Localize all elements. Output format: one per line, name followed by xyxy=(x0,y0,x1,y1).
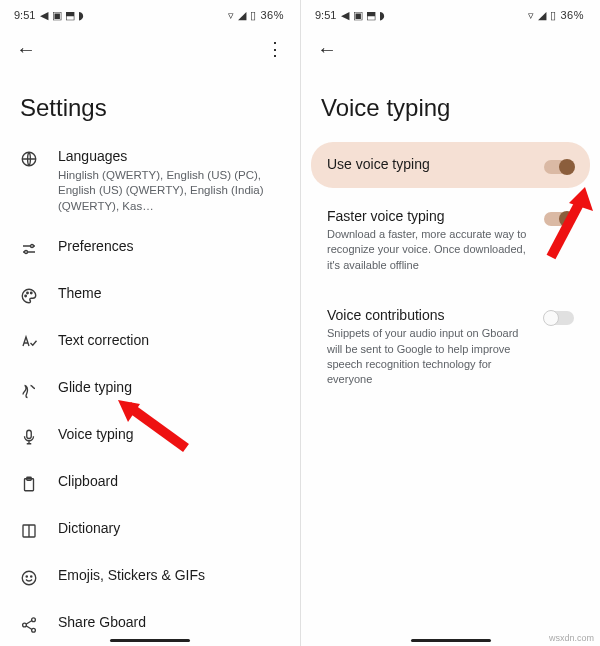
svg-point-4 xyxy=(27,293,29,295)
row-label: Dictionary xyxy=(58,519,282,538)
option-faster-voice-typing[interactable]: Faster voice typingDownload a faster, mo… xyxy=(311,194,590,287)
status-right: ▿ ◢ ▯ 36% xyxy=(228,9,284,21)
more-icon[interactable]: ⋮ xyxy=(266,38,284,60)
status-left-icons: ◀ ▣ ⬒ ◗ xyxy=(40,9,83,21)
status-bar: 9:51 ◀ ▣ ⬒ ◗ ▿ ◢ ▯ 36% xyxy=(0,0,300,26)
settings-row-emojis-stickers-gifs[interactable]: Emojis, Stickers & GIFs xyxy=(0,554,300,601)
row-label: Voice typing xyxy=(58,425,282,444)
svg-point-1 xyxy=(31,245,34,248)
status-time: 9:51 xyxy=(315,9,336,21)
settings-row-languages[interactable]: LanguagesHinglish (QWERTY), English (US)… xyxy=(0,136,300,225)
svg-point-5 xyxy=(31,293,33,295)
page-title: Settings xyxy=(0,70,300,136)
page-title: Voice typing xyxy=(301,70,600,136)
back-icon[interactable]: ← xyxy=(16,39,36,59)
toggle-switch[interactable] xyxy=(544,311,574,325)
settings-row-theme[interactable]: Theme xyxy=(0,272,300,319)
option-title: Faster voice typing xyxy=(327,208,534,224)
status-right: ▿ ◢ ▯ 36% xyxy=(528,9,584,21)
row-label: Text correction xyxy=(58,331,282,350)
book-icon xyxy=(18,520,40,542)
settings-row-voice-typing[interactable]: Voice typing xyxy=(0,413,300,460)
mic-icon xyxy=(18,426,40,448)
clipboard-icon xyxy=(18,473,40,495)
option-title: Use voice typing xyxy=(327,156,534,172)
spell-icon xyxy=(18,332,40,354)
option-sub: Snippets of your audio input on Gboard w… xyxy=(327,326,534,388)
settings-list: LanguagesHinglish (QWERTY), English (US)… xyxy=(0,136,300,646)
share-icon xyxy=(18,614,40,636)
sliders-icon xyxy=(18,238,40,260)
svg-point-10 xyxy=(22,572,36,586)
svg-point-12 xyxy=(31,576,32,577)
svg-point-3 xyxy=(25,296,27,298)
option-voice-contributions[interactable]: Voice contributionsSnippets of your audi… xyxy=(311,293,590,402)
back-icon[interactable]: ← xyxy=(317,39,337,59)
globe-icon xyxy=(18,148,40,170)
settings-row-glide-typing[interactable]: Glide typing xyxy=(0,366,300,413)
nav-bar[interactable] xyxy=(110,639,190,642)
row-sub: Hinglish (QWERTY), English (US) (PC), En… xyxy=(58,168,282,215)
row-label: Preferences xyxy=(58,237,282,256)
option-sub: Download a faster, more accurate way to … xyxy=(327,227,534,273)
toggle-switch[interactable] xyxy=(544,160,574,174)
settings-row-text-correction[interactable]: Text correction xyxy=(0,319,300,366)
settings-row-dictionary[interactable]: Dictionary xyxy=(0,507,300,554)
watermark: wsxdn.com xyxy=(549,633,594,643)
settings-pane: 9:51 ◀ ▣ ⬒ ◗ ▿ ◢ ▯ 36% ← ⋮ Settings Lang… xyxy=(0,0,300,646)
nav-bar[interactable] xyxy=(411,639,491,642)
row-label: Clipboard xyxy=(58,472,282,491)
row-label: Share Gboard xyxy=(58,613,282,632)
palette-icon xyxy=(18,285,40,307)
row-label: Theme xyxy=(58,284,282,303)
option-title: Voice contributions xyxy=(327,307,534,323)
gesture-icon xyxy=(18,379,40,401)
status-time: 9:51 xyxy=(14,9,35,21)
voice-typing-pane: 9:51 ◀ ▣ ⬒ ◗ ▿ ◢ ▯ 36% ← Voice typing Us… xyxy=(300,0,600,646)
emoji-icon xyxy=(18,567,40,589)
status-bar: 9:51 ◀ ▣ ⬒ ◗ ▿ ◢ ▯ 36% xyxy=(301,0,600,26)
settings-row-preferences[interactable]: Preferences xyxy=(0,225,300,272)
row-label: Glide typing xyxy=(58,378,282,397)
option-use-voice-typing[interactable]: Use voice typing xyxy=(311,142,590,188)
status-left-icons: ◀ ▣ ⬒ ◗ xyxy=(341,9,384,21)
settings-row-clipboard[interactable]: Clipboard xyxy=(0,460,300,507)
voice-typing-options: Use voice typingFaster voice typingDownl… xyxy=(301,142,600,402)
svg-point-2 xyxy=(25,251,28,254)
toggle-switch[interactable] xyxy=(544,212,574,226)
row-label: Languages xyxy=(58,147,282,166)
svg-rect-6 xyxy=(27,431,32,439)
row-label: Emojis, Stickers & GIFs xyxy=(58,566,282,585)
svg-point-11 xyxy=(26,576,27,577)
